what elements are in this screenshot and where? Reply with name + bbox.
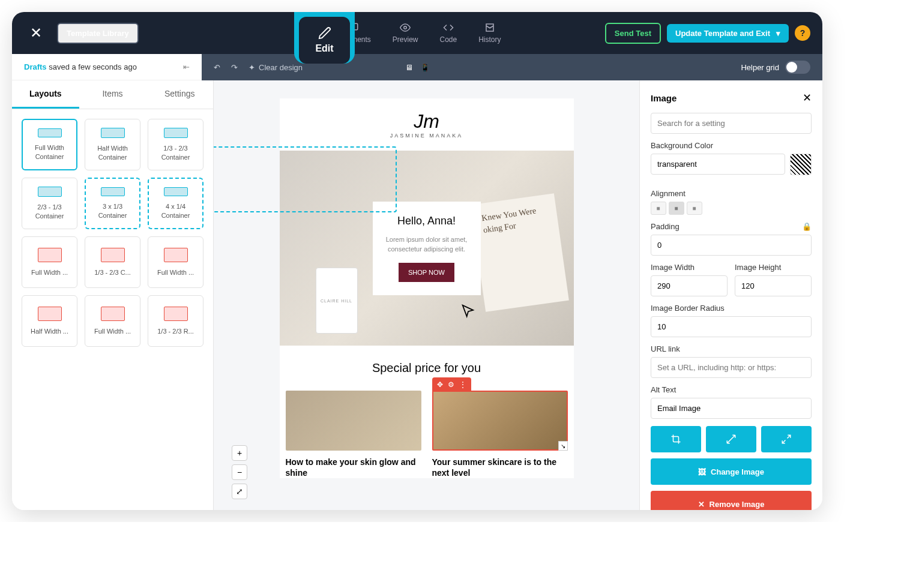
clear-design-button[interactable]: ✦ Clear design — [249, 63, 303, 72]
main-area: Layouts Items Settings Full Width Contai… — [12, 80, 822, 510]
mobile-icon[interactable]: 📱 — [420, 63, 430, 72]
layout-card[interactable]: Half Width ... — [22, 295, 77, 347]
hero-book-prop: Knew You Were oking For — [471, 193, 569, 312]
preview-tab[interactable]: Preview — [384, 17, 427, 49]
product-image-2-selected[interactable]: ✥ ⚙ ⋮ ↘ — [432, 391, 568, 451]
align-center-button[interactable]: ≡ — [669, 202, 684, 215]
url-input[interactable] — [651, 357, 812, 378]
dimensions-button[interactable] — [706, 426, 756, 452]
hero-section[interactable]: Knew You Were oking For CLAIRE HILL Hell… — [280, 151, 574, 346]
brand-logo[interactable]: Jm JASMINE MANAKA — [280, 98, 574, 151]
search-setting-input[interactable] — [651, 113, 812, 134]
more-icon[interactable]: ⋮ — [459, 380, 466, 389]
top-tabs: Comments Preview Code History — [328, 17, 510, 49]
layout-card[interactable]: Half Width Container — [85, 119, 140, 170]
padding-label: Padding 🔒 — [651, 222, 812, 231]
shop-now-button[interactable]: SHOP NOW — [399, 263, 454, 282]
zoom-in-button[interactable]: + — [232, 445, 247, 461]
helper-grid-toggle[interactable] — [785, 61, 810, 74]
layout-card[interactable]: 1/3 - 2/3 R... — [148, 295, 203, 347]
desktop-icon[interactable]: 🖥 — [405, 63, 413, 72]
layout-card[interactable]: 2/3 - 1/3 Container — [22, 178, 77, 229]
layout-card[interactable]: 3 x 1/3 Container — [85, 178, 140, 229]
layout-label: 4 x 1/4 Container — [154, 202, 197, 220]
edit-label: Edit — [315, 43, 333, 54]
selection-toolbar: ✥ ⚙ ⋮ — [432, 377, 471, 392]
help-icon[interactable]: ? — [795, 25, 810, 41]
layout-card[interactable]: Full Width ... — [85, 295, 140, 347]
sub-toolbar: Drafts saved a few seconds ago ⇤ ↶ ↷ ✦ C… — [12, 54, 822, 80]
alignment-label: Alignment — [651, 189, 812, 198]
lock-icon[interactable]: 🔒 — [802, 222, 812, 231]
layout-card[interactable]: 1/3 - 2/3 Container — [148, 119, 203, 170]
properties-panel: Image ✕ Background Color Alignment ≡ ≡ ≡… — [639, 80, 822, 510]
email-preview: Jm JASMINE MANAKA Knew You Were oking Fo… — [280, 98, 574, 478]
product-card-2[interactable]: ✥ ⚙ ⋮ ↘ Your summer skincare is to the n… — [432, 391, 568, 478]
radius-input[interactable] — [651, 316, 812, 337]
change-image-button[interactable]: 🖼 Change Image — [651, 458, 812, 485]
svg-point-0 — [404, 26, 407, 29]
align-right-button[interactable]: ≡ — [687, 202, 702, 215]
tab-settings[interactable]: Settings — [146, 80, 213, 109]
layout-card[interactable]: 1/3 - 2/3 C... — [85, 236, 140, 288]
sub-actions: ↶ ↷ ✦ Clear design — [214, 63, 303, 72]
product-title-2: Your summer skincare is to the next leve… — [432, 457, 568, 478]
zoom-out-button[interactable]: − — [232, 464, 247, 480]
zoom-fit-button[interactable]: ⤢ — [232, 484, 247, 499]
hero-bottle-prop: CLAIRE HILL — [316, 268, 358, 334]
layout-label: Half Width ... — [31, 327, 68, 335]
width-label: Image Width — [651, 263, 728, 272]
product-image-1[interactable] — [286, 391, 421, 451]
padding-input[interactable] — [651, 235, 812, 256]
remove-image-button[interactable]: ✕ Remove Image — [651, 491, 812, 510]
redo-icon[interactable]: ↷ — [231, 63, 238, 72]
layout-label: 1/3 - 2/3 Container — [153, 144, 198, 161]
canvas[interactable]: Jm JASMINE MANAKA Knew You Were oking Fo… — [214, 80, 639, 510]
layout-label: Full Width Container — [28, 143, 71, 161]
product-title-1: How to make your skin glow and shine — [286, 457, 421, 478]
collapse-sidebar-icon[interactable]: ⇤ — [183, 62, 190, 71]
height-label: Image Height — [735, 263, 812, 272]
width-input[interactable] — [651, 275, 728, 296]
layout-card[interactable]: 4 x 1/4 Container — [148, 178, 203, 229]
update-template-button[interactable]: Update Template and Exit ▾ — [667, 24, 789, 43]
layout-card[interactable]: Full Width ... — [148, 236, 203, 288]
product-card-1[interactable]: How to make your skin glow and shine — [286, 391, 421, 478]
undo-icon[interactable]: ↶ — [214, 63, 220, 72]
expand-button[interactable] — [761, 426, 812, 452]
template-library-button[interactable]: Template Library — [57, 23, 139, 44]
eraser-icon: ✦ — [249, 63, 255, 72]
brand-script: Jm — [292, 110, 562, 133]
history-tab[interactable]: History — [470, 17, 509, 49]
layout-card[interactable]: Full Width ... — [22, 236, 77, 288]
edit-tab[interactable]: Edit — [299, 17, 350, 64]
tab-layouts[interactable]: Layouts — [12, 80, 79, 109]
helper-grid-label: Helper grid — [741, 63, 779, 72]
crop-button[interactable] — [651, 426, 701, 452]
section-title[interactable]: Special price for you — [280, 346, 574, 391]
hero-card: Hello, Anna! Lorem ipsum dolor sit amet,… — [373, 202, 481, 295]
bg-color-swatch[interactable] — [790, 154, 812, 175]
layouts-grid: Full Width ContainerHalf Width Container… — [12, 109, 213, 356]
tab-items[interactable]: Items — [79, 80, 146, 109]
drafts-label: Drafts — [24, 62, 47, 71]
app-window: Edit ✕ Template Library Comments Preview… — [12, 12, 822, 510]
bg-color-input[interactable] — [651, 154, 785, 175]
draft-status-bar: Drafts saved a few seconds ago ⇤ — [12, 54, 202, 80]
settings-icon[interactable]: ⚙ — [448, 380, 454, 389]
alt-input[interactable] — [651, 398, 812, 419]
close-icon[interactable]: ✕ — [24, 25, 48, 41]
resize-handle[interactable]: ↘ — [558, 441, 568, 451]
height-input[interactable] — [735, 275, 812, 296]
brand-subtitle: JASMINE MANAKA — [292, 133, 562, 139]
layout-card[interactable]: Full Width Container — [22, 119, 77, 170]
top-bar: ✕ Template Library Comments Preview Code… — [12, 12, 822, 54]
image-icon: 🖼 — [698, 467, 706, 476]
code-tab[interactable]: Code — [432, 17, 466, 49]
move-icon[interactable]: ✥ — [437, 380, 443, 389]
alt-label: Alt Text — [651, 385, 812, 394]
left-sidebar: Layouts Items Settings Full Width Contai… — [12, 80, 214, 510]
send-test-button[interactable]: Send Test — [605, 23, 661, 44]
close-props-icon[interactable]: ✕ — [803, 91, 812, 104]
align-left-button[interactable]: ≡ — [651, 202, 666, 215]
